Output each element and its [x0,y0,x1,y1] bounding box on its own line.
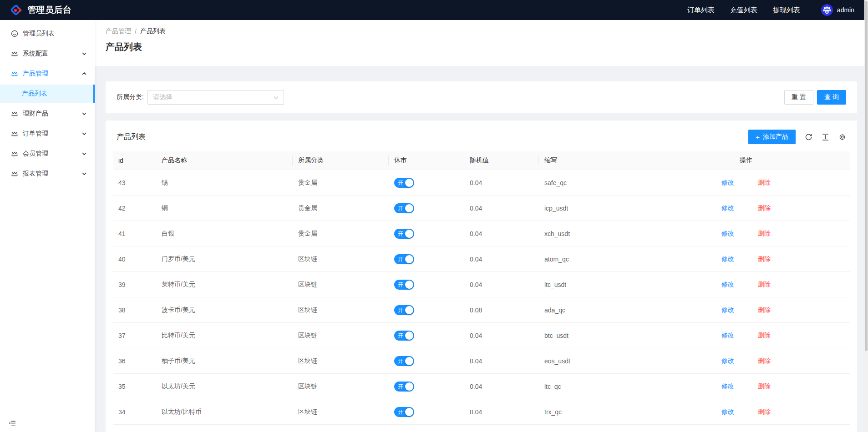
cell-id: 37 [113,323,156,348]
market-switch[interactable]: 开 [394,356,414,366]
switch-on-label: 开 [398,231,403,236]
paw-avatar-icon: du [821,4,833,16]
sidebar-item-member-management[interactable]: 会员管理 [0,145,95,163]
delete-link[interactable]: 删除 [758,382,771,390]
cell-id: 40 [113,246,156,272]
edit-link[interactable]: 修改 [721,306,734,313]
cell-actions: 修改 删除 [642,272,850,297]
edit-link[interactable]: 修改 [721,332,734,339]
cell-product-name: 柚子币/美元 [156,348,293,374]
market-switch[interactable]: 开 [394,254,414,264]
delete-link[interactable]: 删除 [758,306,771,313]
switch-on-label: 开 [398,282,403,287]
cell-category: 区块链 [293,374,389,399]
cell-actions: 修改 删除 [642,348,850,374]
market-switch[interactable]: 开 [394,229,414,239]
market-switch[interactable]: 开 [394,382,414,392]
query-button[interactable]: 查 询 [817,90,846,105]
cell-abbr: xch_usdt [539,221,642,246]
market-switch[interactable]: 开 [394,407,414,417]
sidebar-item-order-management[interactable]: 订单管理 [0,125,95,143]
switch-on-label: 开 [398,206,403,211]
market-switch[interactable]: 开 [394,203,414,213]
breadcrumb: 产品管理 / 产品列表 [106,27,857,35]
page-header: 产品管理 / 产品列表 产品列表 [95,20,868,66]
sidebar-item-financial-products[interactable]: 理财产品 [0,105,95,123]
app-title: 管理员后台 [27,4,72,16]
reset-button[interactable]: 重 置 [784,90,813,105]
add-product-button[interactable]: + 添加产品 [748,130,796,144]
cell-category: 贵金属 [293,170,389,196]
edit-link[interactable]: 修改 [721,281,734,288]
sidebar-item-product-management[interactable]: 产品管理 [0,65,95,83]
column-height-icon[interactable] [822,133,829,141]
cell-id: 43 [113,170,156,196]
cell-id: 41 [113,221,156,246]
cell-random: 0.08 [464,297,539,323]
sidebar-item-product-list[interactable]: 产品列表 [0,85,95,103]
cell-category: 区块链 [293,272,389,297]
page-title: 产品列表 [106,41,857,53]
edit-link[interactable]: 修改 [721,255,734,262]
cell-product-name: 比特币/美元 [156,323,293,348]
cell-random: 0.04 [464,272,539,297]
reload-icon[interactable] [805,133,812,141]
chevron-down-icon [82,171,86,176]
username: admin [837,6,854,14]
edit-link[interactable]: 修改 [721,230,734,237]
crown-icon [11,110,18,117]
top-navigation: 订单列表 充值列表 提现列表 [687,4,800,16]
sidebar-item-report-management[interactable]: 报表管理 [0,165,95,183]
market-switch[interactable]: 开 [394,280,414,290]
cell-category: 贵金属 [293,221,389,246]
market-switch[interactable]: 开 [394,178,414,188]
cell-id: 38 [113,297,156,323]
topnav-order-list[interactable]: 订单列表 [687,4,715,16]
market-switch[interactable]: 开 [394,331,414,341]
breadcrumb-parent[interactable]: 产品管理 [106,27,131,35]
edit-link[interactable]: 修改 [721,382,734,390]
switch-on-label: 开 [398,256,403,262]
sidebar-collapse-trigger[interactable] [0,414,95,432]
delete-link[interactable]: 删除 [758,204,771,211]
edit-link[interactable]: 修改 [721,204,734,211]
cell-random: 0.04 [464,246,539,272]
cell-category: 区块链 [293,348,389,374]
table-row: 34 以太坊/比特币 区块链 开 0.04 trx_qc 修改 删除 [113,399,850,425]
table-body: 43 锡 贵金属 开 0.04 safe_qc 修改 删除 42 铜 贵金属 [113,170,850,425]
delete-link[interactable]: 删除 [758,357,771,364]
delete-link[interactable]: 删除 [758,332,771,339]
topnav-withdraw-list[interactable]: 提现列表 [773,4,800,16]
table-row: 39 莱特币/美元 区块链 开 0.04 ltc_usdt 修改 删除 [113,272,850,297]
topnav-recharge-list[interactable]: 充值列表 [730,4,757,16]
cell-category: 区块链 [293,323,389,348]
scrollbar-thumb[interactable] [865,1,868,351]
category-select[interactable]: 请选择 [147,90,284,105]
delete-link[interactable]: 删除 [758,179,771,186]
cell-random: 0.04 [464,323,539,348]
switch-on-label: 开 [398,409,403,415]
edit-link[interactable]: 修改 [721,179,734,186]
delete-link[interactable]: 删除 [758,230,771,237]
sidebar: 管理员列表 系统配置 产品管理 [0,20,95,432]
cell-actions: 修改 删除 [642,399,850,425]
edit-link[interactable]: 修改 [721,357,734,364]
sidebar-item-system-config[interactable]: 系统配置 [0,45,95,63]
edit-link[interactable]: 修改 [721,408,734,415]
switch-knob [405,204,413,212]
table-card-title: 产品列表 [117,132,146,142]
sidebar-menu: 管理员列表 系统配置 产品管理 [0,20,95,183]
user-menu[interactable]: du admin [821,4,854,16]
sidebar-item-label: 理财产品 [23,110,82,118]
cell-product-name: 波卡币/美元 [156,297,293,323]
delete-link[interactable]: 删除 [758,255,771,262]
cell-product-name: 锡 [156,170,293,196]
delete-link[interactable]: 删除 [758,408,771,415]
sidebar-item-admin-list[interactable]: 管理员列表 [0,25,95,43]
sidebar-item-label: 会员管理 [23,150,82,158]
cell-market: 开 [389,196,464,221]
market-switch[interactable]: 开 [394,305,414,315]
app-logo[interactable]: 管理员后台 [9,3,72,17]
setting-icon[interactable] [838,133,846,141]
delete-link[interactable]: 删除 [758,281,771,288]
